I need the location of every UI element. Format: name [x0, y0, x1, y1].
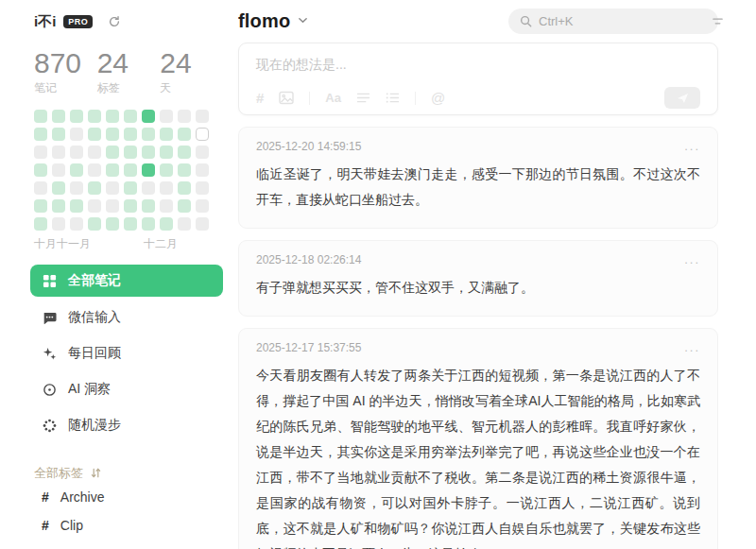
more-menu-icon[interactable]: ... — [684, 257, 700, 263]
sidebar-item-ai-insight[interactable]: AI 洞察 — [30, 374, 223, 404]
heatmap-cell[interactable] — [106, 181, 119, 195]
sidebar-item-daily-review[interactable]: 每日回顾 — [30, 338, 223, 369]
heatmap-cell[interactable] — [34, 128, 47, 141]
heatmap-cell[interactable] — [52, 163, 65, 177]
heatmap-cell[interactable] — [196, 128, 209, 141]
heatmap-cell[interactable] — [70, 163, 83, 177]
heatmap-cell[interactable] — [196, 217, 209, 231]
heatmap-cell[interactable] — [178, 217, 191, 231]
random-walk-icon — [42, 418, 57, 433]
heatmap-cell[interactable] — [142, 217, 155, 231]
list-icon[interactable] — [386, 92, 400, 104]
heatmap-cell[interactable] — [70, 199, 83, 213]
heatmap-cell[interactable] — [34, 217, 47, 231]
heatmap-cell[interactable] — [160, 217, 173, 231]
heatmap-cell[interactable] — [196, 110, 209, 123]
note-editor[interactable]: 现在的想法是... # Aa @ — [238, 43, 718, 115]
sidebar-item-random-walk[interactable]: 随机漫步 — [30, 410, 223, 440]
heatmap-cell[interactable] — [142, 163, 155, 177]
heatmap-cell[interactable] — [106, 110, 119, 123]
search-input[interactable] — [539, 14, 705, 28]
heatmap-cell[interactable] — [160, 146, 173, 159]
heatmap-cell[interactable] — [178, 128, 191, 141]
more-menu-icon[interactable]: ... — [684, 345, 700, 351]
heatmap-cell[interactable] — [106, 199, 119, 213]
heatmap-cell[interactable] — [52, 199, 65, 213]
mention-icon[interactable]: @ — [431, 91, 445, 105]
sync-refresh-icon[interactable] — [108, 15, 121, 28]
heatmap-cell[interactable] — [52, 128, 65, 141]
pro-badge[interactable]: PRO — [63, 15, 93, 28]
heatmap-cell[interactable] — [124, 163, 137, 177]
heatmap-cell[interactable] — [160, 163, 173, 177]
heatmap-cell[interactable] — [124, 199, 137, 213]
heatmap-cell[interactable] — [124, 217, 137, 231]
heatmap-cell[interactable] — [88, 199, 101, 213]
heatmap-cell[interactable] — [124, 128, 137, 141]
heatmap-cell[interactable] — [70, 146, 83, 159]
checklist-icon[interactable] — [356, 92, 370, 104]
heatmap-cell[interactable] — [178, 181, 191, 195]
heatmap-cell[interactable] — [88, 128, 101, 141]
heatmap-cell[interactable] — [88, 217, 101, 231]
heatmap-cell[interactable] — [70, 110, 83, 123]
heatmap-cell[interactable] — [106, 217, 119, 231]
heatmap-cell[interactable] — [106, 163, 119, 177]
heatmap-cell[interactable] — [52, 181, 65, 195]
heatmap-cell[interactable] — [142, 199, 155, 213]
hash-icon[interactable]: # — [256, 91, 264, 105]
heatmap-cell[interactable] — [34, 110, 47, 123]
grid-icon — [42, 273, 57, 288]
heatmap-cell[interactable] — [34, 181, 47, 195]
heatmap-cell[interactable] — [52, 217, 65, 231]
heatmap-cell[interactable] — [106, 146, 119, 159]
sidebar-item-wechat-input[interactable]: 微信输入 — [30, 302, 223, 333]
heatmap-cell[interactable] — [178, 110, 191, 123]
heatmap-cell[interactable] — [160, 199, 173, 213]
user-name[interactable]: i不i — [34, 13, 56, 31]
heatmap-cell[interactable] — [160, 181, 173, 195]
heatmap-cell[interactable] — [34, 163, 47, 177]
heatmap-cell[interactable] — [70, 128, 83, 141]
text-format-icon[interactable]: Aa — [325, 92, 341, 104]
heatmap-cell[interactable] — [124, 181, 137, 195]
sidebar-tag-archive[interactable]: # Archive — [30, 483, 223, 510]
heatmap-cell[interactable] — [70, 217, 83, 231]
heatmap-cell[interactable] — [160, 128, 173, 141]
heatmap-cell[interactable] — [178, 199, 191, 213]
heatmap-cell[interactable] — [160, 110, 173, 123]
heatmap-cell[interactable] — [142, 128, 155, 141]
heatmap-cell[interactable] — [142, 181, 155, 195]
heatmap-cell[interactable] — [196, 181, 209, 195]
heatmap-cell[interactable] — [196, 199, 209, 213]
heatmap-cell[interactable] — [88, 146, 101, 159]
sidebar-tag-dayone[interactable]: # DayOne — [30, 540, 223, 549]
heatmap-cell[interactable] — [106, 128, 119, 141]
more-menu-icon[interactable]: ... — [684, 144, 700, 149]
heatmap-cell[interactable] — [88, 163, 101, 177]
heatmap-cell[interactable] — [142, 146, 155, 159]
heatmap-cell[interactable] — [52, 110, 65, 123]
heatmap-cell[interactable] — [142, 110, 155, 123]
heatmap-cell[interactable] — [88, 181, 101, 195]
sidebar-item-all-notes[interactable]: 全部笔记 — [30, 265, 223, 297]
heatmap-cell[interactable] — [196, 146, 209, 159]
heatmap-cell[interactable] — [178, 163, 191, 177]
heatmap-cell[interactable] — [196, 163, 209, 177]
heatmap-cell[interactable] — [34, 146, 47, 159]
heatmap-cell[interactable] — [124, 110, 137, 123]
heatmap-cell[interactable] — [178, 146, 191, 159]
send-button[interactable] — [664, 87, 700, 109]
heatmap-cell[interactable] — [88, 110, 101, 123]
editor-placeholder: 现在的想法是... — [256, 57, 700, 74]
filter-icon[interactable] — [712, 15, 724, 27]
heatmap-cell[interactable] — [34, 199, 47, 213]
hash-icon: # — [42, 489, 49, 505]
image-icon[interactable] — [279, 91, 294, 105]
heatmap-cell[interactable] — [70, 181, 83, 195]
tags-sort-icon[interactable] — [91, 467, 101, 481]
heatmap-cell[interactable] — [52, 146, 65, 159]
sidebar-tag-clip[interactable]: # Clip — [30, 511, 223, 539]
logo-menu[interactable]: flomo — [238, 10, 308, 32]
heatmap-cell[interactable] — [124, 146, 137, 159]
